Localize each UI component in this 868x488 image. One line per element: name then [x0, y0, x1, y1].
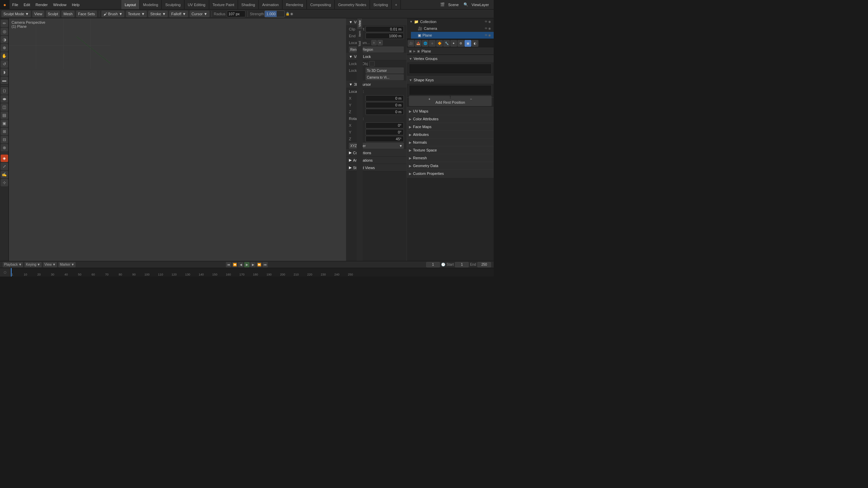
tab-add[interactable]: + — [392, 0, 401, 9]
props-modifier-tab[interactable]: 🔧 — [443, 40, 450, 47]
tab-animation[interactable]: Animation — [259, 0, 282, 9]
npanel-view-header[interactable]: ▼ View — [346, 18, 407, 26]
menu-help[interactable]: Help — [69, 0, 82, 9]
timeline-track[interactable]: 1 10 20 30 40 50 60 70 80 90 100 110 120… — [10, 268, 494, 277]
tab-compositing[interactable]: Compositing — [307, 0, 335, 9]
geometry-data-header[interactable]: ▶ Geometry Data — [407, 162, 494, 169]
texture-space-header[interactable]: ▶ Texture Space — [407, 146, 494, 154]
next-frame-btn[interactable]: ▶ — [250, 262, 256, 267]
clip-start-value[interactable]: 0.01 m — [366, 26, 404, 32]
tool-clay-thumb[interactable]: ▣ — [1, 120, 8, 127]
camera-render-icon[interactable]: ◉ — [488, 27, 491, 30]
timeline-ruler[interactable]: 1 10 20 30 40 50 60 70 80 90 100 110 120… — [0, 268, 494, 277]
custom-properties-header[interactable]: ▶ Custom Properties — [407, 170, 494, 177]
normals-header[interactable]: ▶ Normals — [407, 139, 494, 146]
props-object-tab[interactable]: 🔶 — [436, 40, 443, 47]
go-to-start-btn[interactable]: ⏮ — [226, 262, 231, 267]
props-particles-tab[interactable]: ✦ — [450, 40, 457, 47]
props-output-tab[interactable]: 📤 — [415, 40, 421, 47]
plane-render-icon[interactable]: ◉ — [488, 34, 491, 37]
brush-selector[interactable]: 🖌 Brush ▼ — [101, 11, 125, 17]
to-3d-cursor-btn[interactable]: To 3D Cursor — [366, 67, 404, 74]
tool-blob[interactable]: ⬬ — [1, 95, 8, 103]
vtab-item[interactable]: Item — [357, 29, 362, 39]
cam-btn-2[interactable]: × — [377, 40, 383, 45]
strength-pressure-icon[interactable]: ◉ — [290, 12, 293, 16]
cursor-z-value[interactable]: 0 m — [366, 109, 404, 115]
menu-file[interactable]: File — [9, 0, 21, 9]
tool-crease[interactable]: ⟨⟩ — [1, 87, 8, 95]
tool-trim[interactable]: ⊟ — [1, 136, 8, 143]
cursor-y-value[interactable]: 0 m — [366, 102, 404, 108]
texture-selector[interactable]: Texture ▼ — [126, 11, 147, 17]
tool-cursor[interactable]: ⊹ — [1, 179, 8, 186]
npanel-viewlock-header[interactable]: ▼ View Lock — [346, 53, 407, 60]
tool-smooth[interactable]: ◎ — [1, 28, 8, 35]
vtab-tool[interactable]: Tool — [357, 39, 362, 49]
prev-frame-btn[interactable]: ◀ — [238, 262, 243, 267]
tab-uv-editing[interactable]: UV Editing — [184, 0, 209, 9]
start-frame-input[interactable]: 1 — [455, 262, 469, 267]
tab-sculpting[interactable]: Sculpting — [162, 0, 184, 9]
cursor-x-value[interactable]: 0 m — [366, 95, 404, 101]
plane-eye-icon[interactable]: 👁 — [485, 34, 488, 37]
outliner-collection[interactable]: ▼ 📁 Collection 👁 ◉ — [407, 18, 494, 25]
face-maps-header[interactable]: ▶ Face Maps — [407, 123, 494, 130]
render-icon[interactable]: ◉ — [488, 20, 491, 23]
tool-annotation[interactable]: ✍ — [1, 171, 8, 178]
menu-edit[interactable]: Edit — [21, 0, 33, 9]
stroke-selector[interactable]: Stroke ▼ — [148, 11, 168, 17]
props-render-tab[interactable]: 🎥 — [408, 40, 414, 47]
falloff-selector[interactable]: Falloff ▼ — [169, 11, 188, 17]
remesh-header[interactable]: ▶ Remesh — [407, 154, 494, 162]
cursor-rx-value[interactable]: 0° — [366, 122, 404, 128]
outliner-plane[interactable]: ▣ Plane 👁 ◉ — [411, 32, 494, 39]
tab-geometry-nodes[interactable]: Geometry Nodes — [335, 0, 370, 9]
tab-shading[interactable]: Shading — [238, 0, 259, 9]
cursor-selector[interactable]: Cursor ▼ — [190, 11, 210, 17]
props-material-tab[interactable]: ◐ — [472, 40, 478, 47]
view-menu[interactable]: View — [32, 11, 44, 17]
cursor-ry-value[interactable]: 0° — [366, 129, 404, 135]
tab-scripting[interactable]: Scripting — [370, 0, 392, 9]
view-menu-timeline[interactable]: View ▼ — [43, 262, 57, 267]
prev-keyframe-btn[interactable]: ⏪ — [232, 262, 237, 267]
tab-modeling[interactable]: Modeling — [140, 0, 162, 9]
tool-inflate[interactable]: ⊕ — [1, 44, 8, 52]
go-to-end-btn[interactable]: ⏭ — [262, 262, 268, 267]
tab-layout[interactable]: Layout — [121, 0, 140, 9]
lock-to-obj-checkbox[interactable] — [369, 61, 375, 66]
strength-slider[interactable]: 1.000 — [264, 11, 285, 17]
outliner-camera[interactable]: 🎥 Camera 👁 ◉ — [411, 25, 494, 32]
next-keyframe-btn[interactable]: ⏩ — [256, 262, 262, 267]
tool-clay-strips[interactable]: ▤ — [1, 111, 8, 119]
tool-grab[interactable]: ✋ — [1, 52, 8, 60]
mesh-menu[interactable]: Mesh — [61, 11, 75, 17]
tool-transform[interactable]: ⤢ — [1, 163, 8, 170]
strength-lock-icon[interactable]: 🔒 — [285, 12, 290, 16]
marker-menu[interactable]: Marker ▼ — [58, 262, 76, 267]
keying-menu[interactable]: Keying ▼ — [24, 262, 41, 267]
vertex-groups-header[interactable]: ▼ Vertex Groups — [407, 55, 494, 62]
uv-maps-header[interactable]: ▶ UV Maps — [407, 107, 494, 115]
props-scene-tab[interactable]: 🌐 — [422, 40, 429, 47]
vtab-view[interactable]: View — [357, 18, 362, 29]
radius-input[interactable] — [227, 11, 245, 17]
play-btn[interactable]: ▶ — [244, 262, 250, 267]
cursor-rz-value[interactable]: 45° — [366, 136, 404, 142]
tool-flatten[interactable]: ▬ — [1, 77, 8, 84]
color-attributes-header[interactable]: ▶ Color Attributes — [407, 115, 494, 123]
clip-end-value[interactable]: 1000 m — [366, 33, 404, 39]
menu-render[interactable]: Render — [33, 0, 51, 9]
camera-to-view-btn[interactable]: Camera to Vi... — [366, 74, 404, 80]
tool-snakehook[interactable]: ↺ — [1, 60, 8, 68]
npanel-cursor-header[interactable]: ▼ 3D Cursor — [346, 81, 407, 88]
tool-fill[interactable]: ⊞ — [1, 128, 8, 135]
tool-clay[interactable]: ◫ — [1, 103, 8, 111]
tool-pinch[interactable]: ◑ — [1, 36, 8, 43]
sculpt-menu[interactable]: Sculpt — [46, 11, 60, 17]
camera-eye-icon[interactable]: 👁 — [485, 27, 488, 30]
end-frame-input[interactable]: 250 — [477, 262, 491, 267]
tool-thumb[interactable]: ◗ — [1, 68, 8, 76]
tab-texture-paint[interactable]: Texture Paint — [209, 0, 238, 9]
